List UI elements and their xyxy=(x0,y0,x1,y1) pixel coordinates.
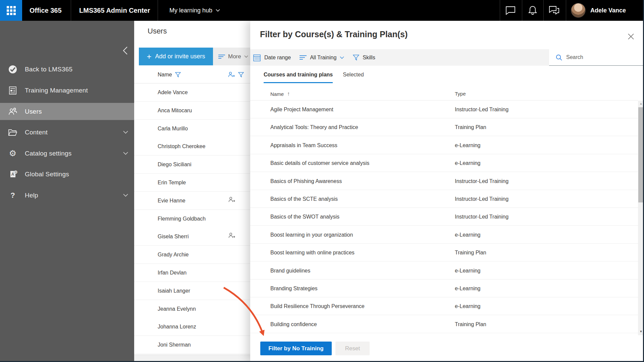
user-row[interactable]: Flemming Goldbach xyxy=(134,210,250,228)
gear-icon: ⚙ xyxy=(8,149,17,158)
hub-menu-button[interactable]: My learning hub xyxy=(169,0,220,21)
app-launcher-button[interactable] xyxy=(0,0,22,21)
training-name: Boost learning with online practices xyxy=(270,244,355,261)
user-row[interactable]: Evie Hanne xyxy=(134,192,250,210)
sidebar-item-training-management[interactable]: Training Management xyxy=(0,82,134,99)
training-row[interactable]: Boost learning with online practicesTrai… xyxy=(250,244,638,261)
lms365-logo-icon xyxy=(8,65,17,74)
training-row[interactable]: Build Resilience Through Perseverancee-L… xyxy=(250,297,638,315)
more-menu-button[interactable]: More xyxy=(213,48,250,65)
sidebar-nav: Back to LMS365 Training Management Users… xyxy=(0,21,134,362)
name-column-header[interactable]: Name ↑ xyxy=(270,91,290,97)
training-name: Build Resilience Through Perseverance xyxy=(270,297,365,315)
search-box[interactable] xyxy=(549,49,644,66)
chat-icon xyxy=(505,6,516,15)
training-row[interactable]: Basic details of customer service analys… xyxy=(250,154,638,172)
user-row[interactable]: Diego Siciliani xyxy=(134,156,250,174)
filter-funnel-icon[interactable] xyxy=(175,72,181,77)
user-row[interactable]: Gisela Sherri xyxy=(134,228,250,246)
lines-icon xyxy=(300,55,307,60)
training-row[interactable]: Analytical Tools: Theory and PracticeTra… xyxy=(250,118,638,136)
avatar[interactable] xyxy=(571,3,586,18)
sidebar-collapse-button[interactable] xyxy=(119,45,131,56)
user-name: Diego Siciliani xyxy=(158,156,192,174)
training-row[interactable]: Boost learning in your organizatione-Lea… xyxy=(250,226,638,244)
training-type: e-Learning xyxy=(455,280,481,297)
chevron-down-icon xyxy=(123,152,128,155)
training-row[interactable]: Branding Strategiese-Learning xyxy=(250,280,638,297)
sidebar-item-label: Users xyxy=(25,108,42,115)
tab-courses-and-training-plans[interactable]: Courses and training plans xyxy=(264,72,333,83)
chat-button[interactable] xyxy=(501,0,520,21)
sidebar-item-catalog-settings[interactable]: ⚙ Catalog settings xyxy=(0,145,134,162)
user-row[interactable]: Erin Temple xyxy=(134,174,250,192)
calendar-icon xyxy=(253,54,261,62)
filter-by-no-training-button[interactable]: Filter by No Training xyxy=(260,342,332,355)
user-row[interactable]: Grady Archie xyxy=(134,246,250,264)
sidebar-item-label: Catalog settings xyxy=(25,150,71,157)
sidebar-item-global-settings[interactable]: A⚙ Global Settings xyxy=(0,166,134,183)
filter-panel-title: Filter by Course(s) & Training Plan(s) xyxy=(260,29,408,39)
folder-icon xyxy=(8,128,17,136)
sidebar-item-label: Content xyxy=(25,129,48,136)
filter-funnel-icon[interactable] xyxy=(238,72,244,77)
current-user-name[interactable]: Adele Vance xyxy=(590,0,626,21)
training-row[interactable]: Appraisals in Team Successe-Learning xyxy=(250,136,638,154)
admin-center-title: LMS365 Admin Center xyxy=(79,0,150,21)
training-type: e-Learning xyxy=(455,262,481,280)
training-row[interactable]: Agile Project ManagementInstructor-Led T… xyxy=(250,101,638,118)
hub-menu-label: My learning hub xyxy=(169,7,212,14)
filter-funnel-icon xyxy=(353,55,359,61)
search-input[interactable] xyxy=(566,54,633,60)
training-name: Branding Strategies xyxy=(270,280,318,297)
sidebar-item-help[interactable]: ? Help xyxy=(0,187,134,204)
user-row[interactable]: Adele Vance xyxy=(134,83,250,102)
date-range-button[interactable]: Date range xyxy=(253,54,291,62)
user-row[interactable]: Carla Murillo xyxy=(134,120,250,138)
reset-button[interactable]: Reset xyxy=(335,342,370,355)
notifications-button[interactable] xyxy=(523,0,542,21)
user-row[interactable]: Irfan Devlan xyxy=(134,264,250,282)
user-row[interactable]: Johanna Lorenz xyxy=(134,318,250,336)
topbar-divider xyxy=(522,0,522,21)
sidebar-item-users[interactable]: Users xyxy=(0,103,134,120)
user-name: Irfan Devlan xyxy=(158,264,186,282)
add-or-invite-users-button[interactable]: + Add or invite users xyxy=(139,48,213,65)
type-column-header[interactable]: Type xyxy=(455,91,466,97)
user-row[interactable]: Christoph Cherokee xyxy=(134,137,250,156)
bell-icon xyxy=(528,6,537,15)
add-button-label: Add or invite users xyxy=(155,53,205,60)
sidebar-item-content[interactable]: Content xyxy=(0,124,134,141)
skills-filter-button[interactable]: Skills xyxy=(353,55,375,61)
training-row[interactable]: Brand guidelinese-Learning xyxy=(250,262,638,280)
training-management-icon xyxy=(8,86,17,95)
training-row[interactable]: Basics of Phishing AwarenessInstructor-L… xyxy=(250,172,638,190)
user-row[interactable]: Jeanna Evelynn xyxy=(134,300,250,318)
training-name: Building confidence xyxy=(270,315,317,333)
training-row[interactable]: Basics of the SWOT analysisInstructor-Le… xyxy=(250,208,638,226)
skills-label: Skills xyxy=(363,55,375,61)
tab-selected[interactable]: Selected xyxy=(343,72,364,83)
user-row[interactable]: Isaiah Langer xyxy=(134,282,250,300)
sidebar-item-back-to-lms365[interactable]: Back to LMS365 xyxy=(0,61,134,78)
training-type: Instructor-Led Training xyxy=(455,101,508,118)
invited-user-filter-icon[interactable] xyxy=(228,72,235,78)
training-type-dropdown[interactable]: All Training xyxy=(300,55,344,61)
training-row[interactable]: Basics of the SCTE analysisInstructor-Le… xyxy=(250,190,638,208)
user-row[interactable]: Joni Sherman xyxy=(134,336,250,354)
office365-link[interactable]: Office 365 xyxy=(30,0,62,21)
topbar-divider xyxy=(158,0,158,21)
training-name: Boost learning in your organization xyxy=(270,226,353,244)
user-row[interactable]: Anca Mitocaru xyxy=(134,102,250,120)
user-name: Jeanna Evelynn xyxy=(158,300,196,318)
close-panel-button[interactable] xyxy=(627,32,635,41)
feedback-button[interactable] xyxy=(545,0,564,21)
date-range-label: Date range xyxy=(264,55,291,61)
users-icon xyxy=(8,107,17,116)
training-name: Brand guidelines xyxy=(270,262,310,280)
training-row[interactable]: Building confidenceTraining Plan xyxy=(250,315,638,333)
training-type: Instructor-Led Training xyxy=(455,208,508,226)
training-type: e-Learning xyxy=(455,136,481,154)
user-name: Adele Vance xyxy=(158,83,188,102)
horizontal-scrollbar[interactable] xyxy=(134,355,250,361)
